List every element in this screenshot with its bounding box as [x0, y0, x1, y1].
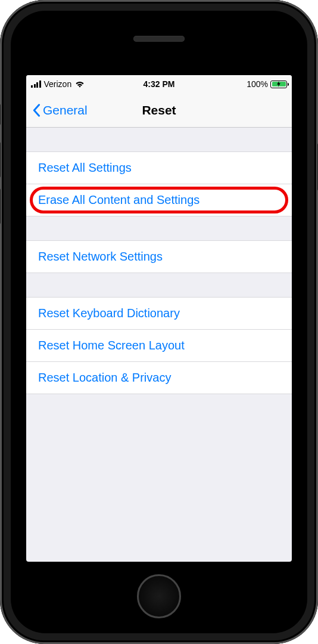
- charging-icon: [276, 81, 281, 87]
- row-label: Reset Network Settings: [38, 250, 163, 263]
- nav-bar: General Reset: [26, 93, 292, 128]
- volume-up: [0, 142, 1, 178]
- row-label: Reset Keyboard Dictionary: [38, 306, 180, 320]
- chevron-left-icon: [32, 104, 40, 117]
- mute-switch: [0, 104, 1, 125]
- reset-network-settings[interactable]: Reset Network Settings: [26, 240, 292, 273]
- list-group: Reset All Settings Erase All Content and…: [26, 151, 292, 216]
- back-button[interactable]: General: [32, 103, 88, 117]
- row-label: Erase All Content and Settings: [38, 193, 199, 206]
- carrier-label: Verizon: [44, 79, 72, 89]
- status-bar: Verizon 4:32 PM 100%: [26, 75, 292, 93]
- wifi-icon: [74, 80, 85, 88]
- page-title: Reset: [142, 103, 176, 117]
- battery-icon: [270, 80, 287, 88]
- clock: 4:32 PM: [144, 79, 175, 89]
- reset-all-settings[interactable]: Reset All Settings: [26, 151, 292, 184]
- row-label: Reset Home Screen Layout: [38, 339, 185, 352]
- list-group: Reset Keyboard Dictionary Reset Home Scr…: [26, 297, 292, 394]
- cellular-signal-icon: [31, 80, 41, 88]
- phone-frame: Verizon 4:32 PM 100%: [0, 0, 318, 644]
- volume-down: [0, 188, 1, 224]
- erase-all-content[interactable]: Erase All Content and Settings: [26, 184, 292, 216]
- home-button[interactable]: [137, 574, 181, 618]
- screen: Verizon 4:32 PM 100%: [26, 75, 292, 562]
- reset-location-privacy[interactable]: Reset Location & Privacy: [26, 362, 292, 394]
- row-label: Reset All Settings: [38, 161, 132, 174]
- reset-keyboard-dictionary[interactable]: Reset Keyboard Dictionary: [26, 297, 292, 330]
- back-label: General: [43, 103, 88, 117]
- list-group: Reset Network Settings: [26, 240, 292, 273]
- reset-home-screen-layout[interactable]: Reset Home Screen Layout: [26, 330, 292, 362]
- row-label: Reset Location & Privacy: [38, 371, 171, 384]
- settings-list: Reset All Settings Erase All Content and…: [26, 151, 292, 394]
- battery-percent: 100%: [247, 79, 268, 89]
- earpiece: [133, 36, 185, 42]
